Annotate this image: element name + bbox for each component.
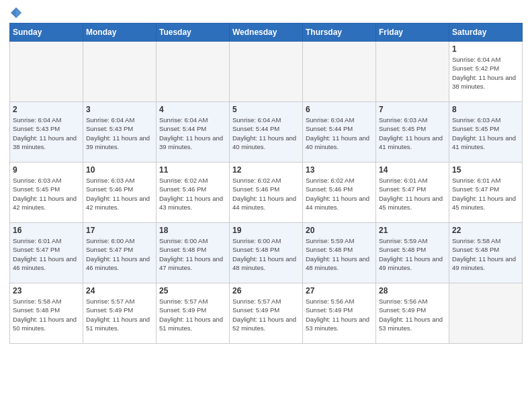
day-info: Sunrise: 5:57 AMSunset: 5:49 PMDaylight:…: [86, 297, 153, 332]
day-info: Sunrise: 6:00 AMSunset: 5:47 PMDaylight:…: [86, 236, 153, 272]
calendar-cell: 23Sunrise: 5:58 AMSunset: 5:48 PMDayligh…: [10, 283, 83, 344]
day-number: 22: [452, 226, 519, 235]
calendar-cell: 4Sunrise: 6:04 AMSunset: 5:44 PMDaylight…: [157, 102, 230, 163]
day-info: Sunrise: 6:04 AMSunset: 5:43 PMDaylight:…: [86, 116, 153, 151]
weekday-header-tuesday: Tuesday: [157, 24, 230, 42]
calendar-cell: 25Sunrise: 5:57 AMSunset: 5:49 PMDayligh…: [157, 283, 230, 344]
day-number: 7: [379, 105, 446, 114]
day-info: Sunrise: 6:02 AMSunset: 5:46 PMDaylight:…: [306, 176, 373, 212]
day-number: 11: [159, 165, 226, 175]
calendar-cell: 18Sunrise: 6:00 AMSunset: 5:48 PMDayligh…: [157, 223, 230, 283]
day-info: Sunrise: 6:01 AMSunset: 5:47 PMDaylight:…: [379, 176, 446, 212]
day-number: 16: [13, 226, 80, 235]
day-number: 19: [232, 226, 300, 235]
day-info: Sunrise: 5:56 AMSunset: 5:49 PMDaylight:…: [379, 297, 446, 332]
day-info: Sunrise: 6:00 AMSunset: 5:48 PMDaylight:…: [232, 236, 300, 272]
calendar-cell: 16Sunrise: 6:01 AMSunset: 5:47 PMDayligh…: [10, 223, 83, 283]
day-number: 2: [13, 105, 80, 114]
day-info: Sunrise: 5:58 AMSunset: 5:48 PMDaylight:…: [13, 297, 80, 332]
day-number: 4: [159, 105, 226, 114]
day-number: 15: [452, 165, 519, 175]
weekday-header-sunday: Sunday: [10, 24, 83, 42]
day-info: Sunrise: 6:01 AMSunset: 5:47 PMDaylight:…: [13, 236, 80, 272]
calendar-cell: 17Sunrise: 6:00 AMSunset: 5:47 PMDayligh…: [83, 223, 157, 283]
calendar-cell: 8Sunrise: 6:03 AMSunset: 5:45 PMDaylight…: [449, 102, 523, 163]
calendar-cell: 28Sunrise: 5:56 AMSunset: 5:49 PMDayligh…: [376, 283, 449, 344]
day-number: 5: [232, 105, 300, 114]
day-number: 25: [159, 286, 226, 295]
calendar-cell: 12Sunrise: 6:02 AMSunset: 5:46 PMDayligh…: [230, 163, 303, 223]
day-number: 14: [379, 165, 446, 175]
title-block: [22, 7, 523, 8]
weekday-header-saturday: Saturday: [449, 24, 523, 42]
day-info: Sunrise: 5:59 AMSunset: 5:48 PMDaylight:…: [379, 236, 446, 272]
day-number: 20: [306, 226, 373, 235]
day-info: Sunrise: 6:03 AMSunset: 5:46 PMDaylight:…: [86, 176, 153, 212]
day-info: Sunrise: 5:57 AMSunset: 5:49 PMDaylight:…: [232, 297, 300, 332]
calendar-cell: 15Sunrise: 6:01 AMSunset: 5:47 PMDayligh…: [449, 163, 523, 223]
day-number: 18: [159, 226, 226, 235]
calendar-cell: 10Sunrise: 6:03 AMSunset: 5:46 PMDayligh…: [83, 163, 157, 223]
calendar-cell: 2Sunrise: 6:04 AMSunset: 5:43 PMDaylight…: [10, 102, 83, 163]
calendar-cell: [83, 42, 157, 102]
calendar-cell: [376, 42, 449, 102]
page: SundayMondayTuesdayWednesdayThursdayFrid…: [0, 0, 532, 351]
calendar-cell: 22Sunrise: 5:58 AMSunset: 5:48 PMDayligh…: [449, 223, 523, 283]
calendar: SundayMondayTuesdayWednesdayThursdayFrid…: [9, 23, 523, 344]
calendar-cell: 5Sunrise: 6:04 AMSunset: 5:44 PMDaylight…: [230, 102, 303, 163]
day-info: Sunrise: 6:04 AMSunset: 5:42 PMDaylight:…: [452, 55, 519, 91]
day-number: 12: [232, 165, 300, 175]
calendar-cell: 27Sunrise: 5:56 AMSunset: 5:49 PMDayligh…: [303, 283, 376, 344]
calendar-cell: 9Sunrise: 6:03 AMSunset: 5:45 PMDaylight…: [10, 163, 83, 223]
day-info: Sunrise: 6:03 AMSunset: 5:45 PMDaylight:…: [452, 116, 519, 151]
day-number: 26: [232, 286, 300, 295]
calendar-cell: 26Sunrise: 5:57 AMSunset: 5:49 PMDayligh…: [230, 283, 303, 344]
day-number: 9: [13, 165, 80, 175]
calendar-cell: 7Sunrise: 6:03 AMSunset: 5:45 PMDaylight…: [376, 102, 449, 163]
day-number: 17: [86, 226, 153, 235]
day-info: Sunrise: 6:04 AMSunset: 5:44 PMDaylight:…: [306, 116, 373, 151]
day-number: 27: [306, 286, 373, 295]
calendar-cell: 19Sunrise: 6:00 AMSunset: 5:48 PMDayligh…: [230, 223, 303, 283]
day-number: 10: [86, 165, 153, 175]
calendar-cell: [157, 42, 230, 102]
weekday-header-friday: Friday: [376, 24, 449, 42]
day-info: Sunrise: 6:04 AMSunset: 5:43 PMDaylight:…: [13, 116, 80, 151]
day-number: 23: [13, 286, 80, 295]
day-number: 28: [379, 286, 446, 295]
day-info: Sunrise: 6:02 AMSunset: 5:46 PMDaylight:…: [159, 176, 226, 212]
day-number: 1: [452, 44, 519, 54]
calendar-cell: [449, 283, 523, 344]
day-info: Sunrise: 6:01 AMSunset: 5:47 PMDaylight:…: [452, 176, 519, 212]
day-info: Sunrise: 6:03 AMSunset: 5:45 PMDaylight:…: [13, 176, 80, 212]
calendar-cell: [230, 42, 303, 102]
header: [9, 7, 523, 19]
calendar-cell: 14Sunrise: 6:01 AMSunset: 5:47 PMDayligh…: [376, 163, 449, 223]
day-info: Sunrise: 5:56 AMSunset: 5:49 PMDaylight:…: [306, 297, 373, 332]
day-info: Sunrise: 6:04 AMSunset: 5:44 PMDaylight:…: [232, 116, 300, 151]
day-number: 8: [452, 105, 519, 114]
logo: [9, 7, 22, 19]
calendar-cell: [10, 42, 83, 102]
day-info: Sunrise: 6:00 AMSunset: 5:48 PMDaylight:…: [159, 236, 226, 272]
weekday-header-thursday: Thursday: [303, 24, 376, 42]
day-info: Sunrise: 6:02 AMSunset: 5:46 PMDaylight:…: [232, 176, 300, 212]
day-info: Sunrise: 5:59 AMSunset: 5:48 PMDaylight:…: [306, 236, 373, 272]
day-info: Sunrise: 5:58 AMSunset: 5:48 PMDaylight:…: [452, 236, 519, 272]
calendar-cell: 24Sunrise: 5:57 AMSunset: 5:49 PMDayligh…: [83, 283, 157, 344]
weekday-header-wednesday: Wednesday: [230, 24, 303, 42]
day-number: 6: [306, 105, 373, 114]
day-number: 21: [379, 226, 446, 235]
logo-icon: [10, 7, 22, 19]
day-number: 24: [86, 286, 153, 295]
calendar-cell: 20Sunrise: 5:59 AMSunset: 5:48 PMDayligh…: [303, 223, 376, 283]
calendar-cell: 3Sunrise: 6:04 AMSunset: 5:43 PMDaylight…: [83, 102, 157, 163]
day-info: Sunrise: 6:04 AMSunset: 5:44 PMDaylight:…: [159, 116, 226, 151]
weekday-header-monday: Monday: [83, 24, 157, 42]
day-number: 13: [306, 165, 373, 175]
calendar-cell: 6Sunrise: 6:04 AMSunset: 5:44 PMDaylight…: [303, 102, 376, 163]
calendar-cell: 21Sunrise: 5:59 AMSunset: 5:48 PMDayligh…: [376, 223, 449, 283]
calendar-cell: [303, 42, 376, 102]
calendar-cell: 11Sunrise: 6:02 AMSunset: 5:46 PMDayligh…: [157, 163, 230, 223]
day-info: Sunrise: 6:03 AMSunset: 5:45 PMDaylight:…: [379, 116, 446, 151]
